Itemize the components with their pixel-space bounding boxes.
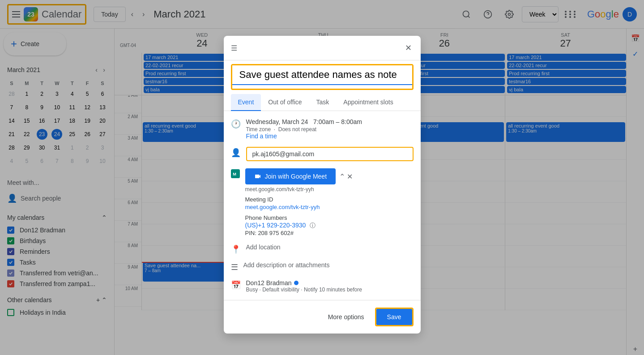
meet-icon: M: [231, 169, 240, 180]
phone-number-link[interactable]: (US)+1 929-220-3930: [245, 222, 306, 229]
more-options-button[interactable]: More options: [321, 309, 371, 325]
modal-title-box: [231, 64, 414, 90]
modal-close-button[interactable]: ✕: [403, 41, 414, 55]
clock-icon: 🕐: [231, 119, 241, 129]
phone-info-icon: ⓘ: [310, 222, 316, 229]
add-location-field[interactable]: Add location: [246, 244, 414, 251]
calendar-color-dot: [294, 281, 299, 285]
modal-body: 🕐 Wednesday, March 24 7:00am – 8:00am Ti…: [224, 111, 421, 300]
phone-numbers-section: Phone Numbers (US)+1 929-220-3930 ⓘ PIN:…: [245, 214, 414, 236]
modal-tabs: Event Out of office Task Appointment slo…: [224, 94, 421, 111]
meet-camera-icon: [254, 173, 261, 180]
join-meet-button[interactable]: Join with Google Meet: [245, 168, 336, 184]
calendar-row: 📅 Don12 Bradman Busy · Default visibilit…: [224, 276, 421, 296]
add-description-field[interactable]: Add description or attachments: [243, 261, 414, 269]
guest-icon: 👤: [231, 148, 241, 158]
modal-footer: More options Save: [224, 300, 421, 334]
tab-appointment-slots[interactable]: Appointment slots: [336, 94, 400, 111]
pin-text: PIN: 208 975 602#: [245, 230, 414, 236]
svg-text:M: M: [233, 172, 236, 176]
calendar-status: Busy · Default visibility · Notify 10 mi…: [246, 287, 414, 293]
guest-email-input[interactable]: [252, 150, 407, 158]
meet-url-short: meet.google.com/tvk-tztr-yyh: [245, 186, 414, 192]
datetime-row: 🕐 Wednesday, March 24 7:00am – 8:00am Ti…: [224, 115, 421, 143]
find-time-link[interactable]: Find a time: [246, 133, 414, 140]
guest-row: 👤: [224, 143, 421, 165]
drag-handle-icon: ☰: [231, 44, 237, 52]
event-modal: ☰ ✕ Event Out of office Task Appointment…: [224, 36, 421, 334]
tab-task[interactable]: Task: [309, 94, 337, 111]
meet-row: M Join with Google Meet ⌃ ✕: [224, 165, 421, 240]
google-meet-icon: M: [231, 169, 240, 178]
meeting-id-section: Meeting ID meet.google.com/tvk-tztr-yyh: [245, 196, 414, 211]
meet-collapse-close[interactable]: ✕: [347, 172, 353, 181]
tab-event[interactable]: Event: [231, 94, 261, 111]
calendar-owner-icon: 📅: [231, 280, 241, 290]
event-title-input[interactable]: [232, 65, 412, 85]
meet-collapse-up[interactable]: ⌃: [339, 172, 345, 181]
event-timezone: Time zone · Does not repeat: [246, 126, 414, 133]
calendar-owner-name: Don12 Bradman: [246, 279, 292, 287]
location-icon: 📍: [231, 244, 241, 254]
modal-overlay[interactable]: ☰ ✕ Event Out of office Task Appointment…: [0, 0, 644, 355]
save-button-box: Save: [375, 308, 414, 326]
tab-out-of-office[interactable]: Out of office: [261, 94, 309, 111]
description-icon: ☰: [231, 262, 238, 272]
description-row: ☰ Add description or attachments: [224, 258, 421, 276]
location-row: 📍 Add location: [224, 240, 421, 258]
event-datetime: Wednesday, March 24 7:00am – 8:00am: [246, 118, 414, 125]
save-button[interactable]: Save: [376, 309, 412, 325]
meeting-id-link[interactable]: meet.google.com/tvk-tztr-yyh: [245, 204, 320, 210]
guest-input-box: [246, 147, 414, 161]
modal-header: ☰ ✕: [224, 36, 421, 60]
